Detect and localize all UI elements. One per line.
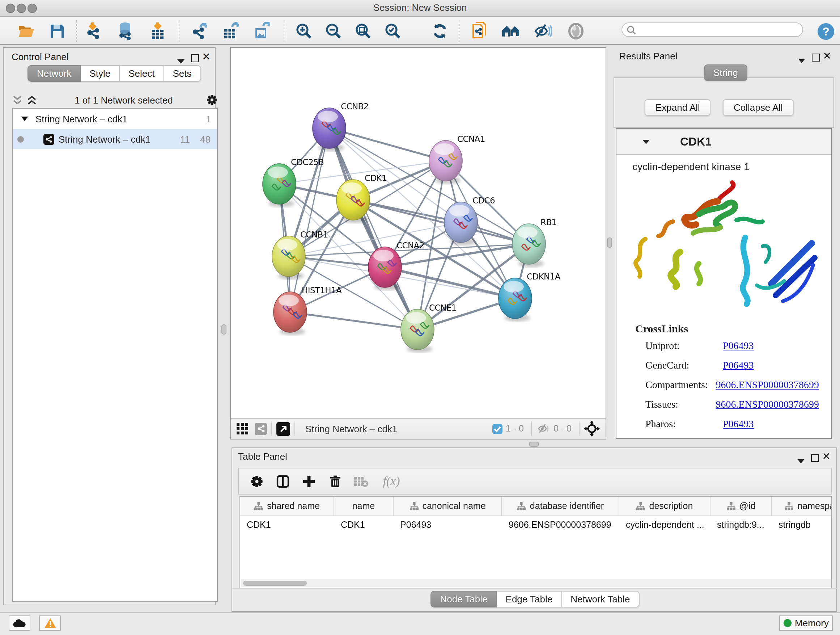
- table-cell[interactable]: stringdb: [772, 520, 832, 530]
- table-panel-close-icon[interactable]: ✕: [822, 453, 831, 460]
- column-header-name[interactable]: name: [334, 497, 393, 516]
- protein-card-header[interactable]: CDK1: [616, 129, 831, 155]
- refresh-view-button[interactable]: [431, 22, 449, 41]
- show-columns-icon[interactable]: [275, 473, 291, 489]
- import-table-button[interactable]: [148, 22, 167, 41]
- table-horizontal-scrollbar[interactable]: [241, 579, 832, 587]
- network-collection-row[interactable]: String Network – cdk1 1: [13, 109, 217, 129]
- control-panel-maximize-icon[interactable]: [191, 52, 199, 65]
- zoom-selected-button[interactable]: [384, 22, 402, 41]
- import-network-from-database-button[interactable]: [116, 22, 134, 41]
- export-image-button[interactable]: [253, 22, 272, 41]
- table-cell[interactable]: CDK1: [240, 520, 334, 530]
- results-panel-maximize-icon[interactable]: [812, 51, 820, 65]
- show-graphics-details-button[interactable]: [567, 22, 585, 41]
- edge-CDK1-RB1[interactable]: [353, 200, 529, 244]
- control-panel-close-icon[interactable]: ✕: [202, 53, 210, 60]
- grid-view-icon[interactable]: [237, 423, 248, 434]
- zoom-out-button[interactable]: [324, 22, 343, 41]
- left-splitter-handle[interactable]: [221, 325, 226, 334]
- hidden-eye-icon[interactable]: [536, 423, 551, 434]
- tab-select[interactable]: Select: [120, 65, 164, 82]
- network-view-share-icon[interactable]: [255, 423, 267, 435]
- network-row[interactable]: String Network – cdk1 11 48: [13, 129, 217, 149]
- tab-network-table[interactable]: Network Table: [562, 591, 639, 608]
- memory-button[interactable]: Memory: [779, 616, 833, 631]
- network-overview-document-button[interactable]: [470, 22, 489, 41]
- cloud-status-button[interactable]: [9, 616, 30, 631]
- expand-all-button[interactable]: Expand All: [645, 99, 711, 116]
- table-options-gear-icon[interactable]: [249, 473, 265, 489]
- tab-string[interactable]: String: [704, 65, 747, 81]
- node-HIST1H1A[interactable]: HIST1H1A: [273, 286, 342, 335]
- network-graph[interactable]: CCNB2CCNA1CDC25BCDK1CDC6RB1CCNB1CCNA2CDK…: [231, 48, 606, 418]
- open-session-button[interactable]: [17, 22, 35, 41]
- right-splitter-handle[interactable]: [607, 238, 612, 248]
- zoom-in-button[interactable]: [294, 22, 313, 41]
- pan-crosshair-icon[interactable]: [584, 421, 600, 437]
- tab-network[interactable]: Network: [27, 65, 81, 82]
- scrollbar-thumb[interactable]: [243, 581, 307, 586]
- column-header-namespace[interactable]: namespace: [772, 497, 832, 516]
- node-CCNA1[interactable]: CCNA1: [429, 134, 485, 184]
- edge-CCNB2-CCNE1[interactable]: [329, 128, 417, 329]
- table-cell[interactable]: P06493: [393, 520, 502, 530]
- crosslink-value-link[interactable]: P06493: [723, 418, 754, 430]
- table-cell[interactable]: CDK1: [334, 520, 393, 530]
- edge-HIST1H1A-CCNE1[interactable]: [290, 312, 417, 329]
- table-panel-maximize-icon[interactable]: [811, 452, 819, 465]
- protein-expander-icon[interactable]: [643, 139, 650, 144]
- results-panel-close-icon[interactable]: ✕: [823, 52, 831, 59]
- column-header-description[interactable]: description: [619, 497, 711, 516]
- export-network-button[interactable]: [191, 22, 210, 41]
- table-row[interactable]: CDK1CDK1P064939606.ENSP00000378699cyclin…: [240, 516, 831, 534]
- node-CDC25B[interactable]: CDC25B: [263, 157, 324, 207]
- crosslink-value-link[interactable]: P06493: [723, 360, 754, 371]
- import-network-file-button[interactable]: [85, 22, 103, 41]
- delete-table-icon[interactable]: [353, 473, 369, 489]
- tab-sets[interactable]: Sets: [164, 65, 201, 82]
- hide-unhide-button[interactable]: [533, 22, 552, 41]
- column-header-shared-name[interactable]: shared name: [240, 497, 334, 516]
- node-CDC6[interactable]: CDC6: [444, 196, 495, 245]
- help-button[interactable]: ?: [816, 22, 835, 41]
- expand-all-chevron-icon[interactable]: [27, 95, 37, 105]
- crosslink-value-link[interactable]: 9606.ENSP00000378699: [716, 379, 819, 391]
- table-cell[interactable]: cyclin-dependent ...: [619, 520, 711, 530]
- node-CDKN1A[interactable]: CDKN1A: [499, 272, 561, 321]
- column-header-database-identifier[interactable]: database identifier: [502, 497, 619, 516]
- function-builder-icon[interactable]: f(x): [379, 473, 404, 489]
- results-panel-float-icon[interactable]: [798, 53, 805, 66]
- collapse-all-button[interactable]: Collapse All: [723, 99, 794, 116]
- crosslink-value-link[interactable]: 9606.ENSP00000378699: [716, 399, 819, 410]
- warning-status-button[interactable]: [39, 616, 61, 631]
- table-cell[interactable]: stringdb:9...: [711, 520, 772, 530]
- export-table-button[interactable]: [222, 22, 241, 41]
- crosslink-value-link[interactable]: P06493: [723, 340, 754, 352]
- node-table[interactable]: shared namenamecanonical namedatabase id…: [240, 496, 832, 589]
- zoom-fit-button[interactable]: [354, 22, 373, 41]
- birdseye-view-icon[interactable]: [276, 422, 290, 435]
- node-RB1[interactable]: RB1: [512, 218, 557, 267]
- edge-CCNB2-HIST1H1A[interactable]: [290, 128, 329, 312]
- collapse-all-chevron-icon[interactable]: [12, 95, 22, 105]
- control-panel-float-icon[interactable]: [177, 54, 185, 67]
- delete-column-trash-icon[interactable]: [327, 473, 343, 489]
- selected-nodes-checkbox-icon[interactable]: [492, 423, 503, 434]
- tab-style[interactable]: Style: [81, 65, 120, 82]
- column-header--id[interactable]: @id: [711, 497, 772, 516]
- save-session-button[interactable]: [48, 22, 66, 41]
- network-canvas[interactable]: CCNB2CCNA1CDC25BCDK1CDC6RB1CCNB1CCNA2CDK…: [230, 47, 606, 418]
- create-column-plus-icon[interactable]: [301, 473, 317, 489]
- collection-expander-icon[interactable]: [21, 117, 28, 121]
- toolbar-search[interactable]: [622, 22, 803, 37]
- table-cell[interactable]: 9606.ENSP00000378699: [502, 520, 619, 530]
- table-panel-float-icon[interactable]: [797, 453, 805, 466]
- home-layout-button[interactable]: [501, 22, 520, 41]
- column-header-canonical-name[interactable]: canonical name: [393, 497, 502, 516]
- tab-node-table[interactable]: Node Table: [431, 591, 497, 608]
- horizontal-splitter[interactable]: [230, 440, 837, 448]
- tab-edge-table[interactable]: Edge Table: [497, 591, 562, 608]
- node-CCNB2[interactable]: CCNB2: [313, 102, 369, 151]
- search-input[interactable]: [636, 23, 798, 36]
